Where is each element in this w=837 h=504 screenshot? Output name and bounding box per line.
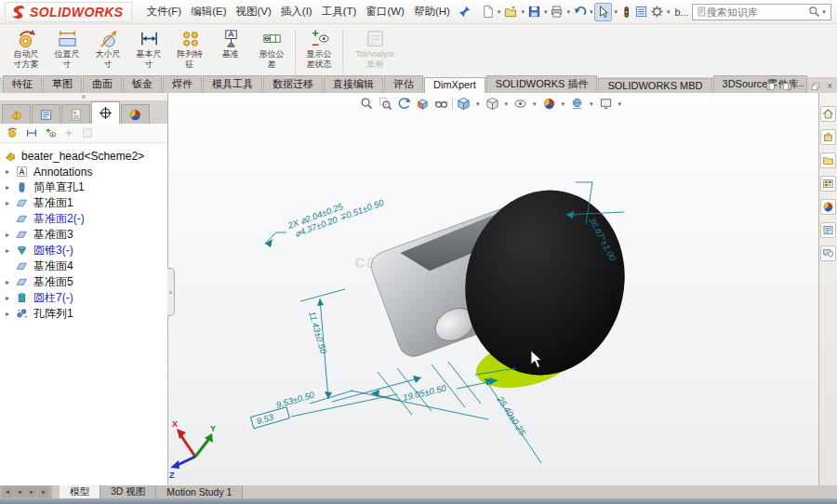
datum-button[interactable]: 基准 [210,26,251,77]
doc-minimize-button[interactable]: − [799,82,804,91]
edit-appearance-icon[interactable] [541,96,557,112]
new-dropdown-icon[interactable]: ▾ [496,8,503,16]
open-dropdown-icon[interactable]: ▾ [519,8,526,16]
expand-caret-icon[interactable]: ▸ [3,231,12,239]
expand-caret-icon[interactable]: ▸ [3,246,12,255]
expand-caret-icon[interactable]: ▸ [3,294,12,302]
doc-restore-icon[interactable] [811,82,820,91]
tab-motion-study[interactable]: Motion Study 1 [156,485,243,498]
display-style-dropdown-icon[interactable]: ▾ [503,100,511,108]
new-document-button[interactable] [480,3,496,21]
file-explorer-icon[interactable] [820,153,836,168]
zoom-to-area-icon[interactable] [378,96,393,112]
zoom-to-fit-icon[interactable] [359,96,375,112]
basic-dimension-button[interactable]: 基本尺寸 [128,26,169,77]
tree-item-plane1[interactable]: ▸ 基准面1 [3,195,166,211]
pin-menu-icon[interactable] [458,6,471,18]
section-view-icon[interactable] [415,96,431,112]
tab-weldments[interactable]: 焊件 [163,75,202,93]
display-style-icon[interactable] [485,96,500,112]
select-dropdown-icon[interactable]: ▾ [612,8,619,16]
previous-view-icon[interactable] [396,96,412,112]
tree-item-plane4[interactable]: 基准面4 [3,259,166,274]
auto-dimension-scheme-button[interactable]: 自动尺寸方案 [6,26,46,77]
nav-next-icon[interactable]: ▸ [26,486,37,497]
menu-tools[interactable]: 工具(T) [317,2,362,21]
view-palette-icon[interactable] [820,176,836,192]
dock-left-icon[interactable] [765,82,776,91]
tab-data-migration[interactable]: 数据迁移 [263,75,323,93]
tree-item-plane2[interactable]: 基准面2(-) [3,211,166,227]
tree-item-hole-pattern[interactable]: ▸ 孔阵列1 [3,306,166,322]
tab-propertymanager[interactable] [32,104,60,124]
basic-dimension-mini-icon[interactable] [25,126,38,139]
tab-3d-views[interactable]: 3D 视图 [100,485,156,498]
tab-direct-editing[interactable]: 直接编辑 [324,75,383,93]
nav-prev-icon[interactable]: ◂ [14,486,25,497]
custom-properties-icon[interactable] [820,222,836,238]
dock-right-icon[interactable] [782,82,792,91]
expand-caret-icon[interactable]: ▸ [3,278,12,286]
tab-features[interactable]: 特征 [3,75,42,93]
search-icon[interactable] [808,6,820,18]
tolerance-status-mini-icon[interactable] [44,126,57,139]
panel-resize-dot[interactable] [0,93,167,100]
tree-item-plane3[interactable]: ▸ 基准面3 [3,227,166,243]
size-dimension-button[interactable]: 大小尺寸 [87,26,128,77]
print-button[interactable] [549,3,565,21]
menu-edit[interactable]: 编辑(E) [186,2,231,21]
tab-sketch[interactable]: 草图 [43,75,82,93]
tab-evaluate[interactable]: 评估 [384,75,423,93]
view-settings-icon[interactable] [598,96,614,112]
hide-show-items-icon[interactable] [512,96,528,112]
tree-item-cone3[interactable]: ▸ 圆锥3(-) [3,243,166,259]
toolbar-overflow[interactable]: b... [671,7,691,18]
search-dropdown-icon[interactable]: ▾ [820,8,828,16]
hide-show-dropdown-icon[interactable]: ▾ [531,100,538,108]
menu-view[interactable]: 视图(V) [231,2,275,21]
print-dropdown-icon[interactable]: ▾ [565,8,572,16]
gear-dropdown-icon[interactable]: ▾ [665,8,672,16]
view-settings-dropdown-icon[interactable]: ▾ [617,100,624,108]
tree-item-annotations[interactable]: ▸ Annotations [3,164,166,179]
expand-caret-icon[interactable]: ▸ [3,310,12,318]
view-orientation-dropdown-icon[interactable]: ▾ [474,100,482,108]
doc-close-button[interactable]: × [827,82,832,91]
tree-item-cylinder7[interactable]: ▸ 圆柱7(-) [3,290,166,306]
tree-item-plane5[interactable]: ▸ 基准面5 [3,274,166,290]
appearances-icon[interactable] [820,199,836,215]
performance-indicator-icon[interactable] [619,3,633,21]
apply-scene-icon[interactable] [569,96,585,112]
scene-dropdown-icon[interactable]: ▾ [588,100,595,108]
tab-model[interactable]: 模型 [60,485,100,498]
home-icon[interactable] [820,106,836,122]
panel-collapse-handle[interactable] [167,268,175,316]
expand-caret-icon[interactable]: ▸ [3,183,12,192]
undo-dropdown-icon[interactable]: ▾ [588,8,595,16]
menu-insert[interactable]: 插入(I) [276,2,317,21]
3d-scene[interactable]: cad2668.com [168,93,818,485]
expand-caret-icon[interactable]: ▸ [3,199,12,207]
expand-caret-icon[interactable]: ▸ [3,167,12,176]
undo-button[interactable] [572,3,588,21]
tab-dimxpert[interactable]: DimXpert [424,77,485,93]
sketch-visibility-icon[interactable] [433,96,449,112]
select-tool-button[interactable] [594,3,612,21]
save-button[interactable] [526,3,542,21]
tab-solidworks-addins[interactable]: SOLIDWORKS 插件 [486,75,598,93]
tab-featuremanager[interactable] [2,104,31,124]
auto-dimension-mini-icon[interactable] [7,126,20,139]
menu-window[interactable]: 窗口(W) [361,2,409,21]
design-library-icon[interactable] [820,129,836,145]
geometric-tolerance-button[interactable]: 形位公差 [251,26,292,77]
search-scope-icon[interactable] [696,6,707,18]
menu-file[interactable]: 文件(F) [141,2,186,21]
menu-help[interactable]: 帮助(H) [409,2,455,21]
show-tolerance-status-button[interactable]: 显示公差状态 [299,26,339,77]
tab-mold-tools[interactable]: 模具工具 [203,75,262,93]
open-button[interactable] [502,3,519,21]
tab-solidworks-mbd[interactable]: SOLIDWORKS MBD [598,78,711,93]
save-dropdown-icon[interactable]: ▾ [542,8,550,16]
view-orientation-icon[interactable] [456,96,472,112]
tab-surfaces[interactable]: 曲面 [83,75,122,93]
